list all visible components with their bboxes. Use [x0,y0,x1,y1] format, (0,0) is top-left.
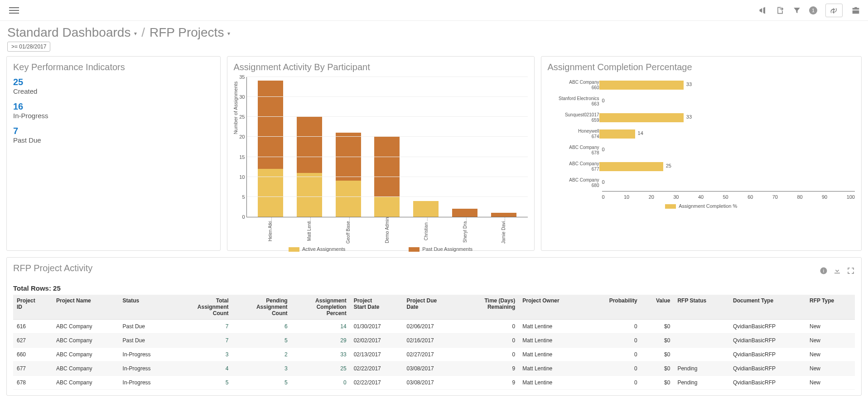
x-label: Matt Lenti... [296,217,322,244]
total-rows-label: Total Rows: 25 [13,284,855,292]
bar-segment-active [336,181,361,217]
table-header[interactable]: ProjectStart Date [350,295,403,320]
table-header[interactable]: RFP Status [674,295,729,320]
hbar-label: ABC Company680 [549,177,599,188]
hbar-row[interactable]: Honeywell674 14 [602,126,855,142]
x-label: Christian ... [413,217,439,244]
panel-title: RFP Project Activity [13,263,92,273]
info-icon[interactable]: i [820,267,828,275]
bar-segment-active [297,173,322,217]
kpi-item[interactable]: 25 Created [13,77,214,95]
legend-item[interactable]: Active Assignments [289,246,345,252]
hbar-value: 33 [686,81,692,87]
svg-text:i: i [823,268,824,273]
y-tick: 5 [237,194,245,200]
bar-segment-pastdue [258,81,283,169]
y-tick: 35 [237,74,245,80]
assignment-activity-panel: Assignment Activity By Participant Numbe… [227,56,535,251]
x-tick: 0 [602,194,605,200]
x-tick: 40 [698,194,704,200]
table-row[interactable]: 677 ABC Company In-Progress 4 3 25 02/22… [13,362,855,376]
kpi-label: Created [13,87,214,95]
hbar-value: 0 [602,147,605,152]
download-icon[interactable] [833,267,841,275]
bar-group[interactable] [413,201,439,217]
table-header[interactable]: Probability [587,295,641,320]
refresh-button[interactable] [825,4,843,17]
kpi-item[interactable]: 16 In-Progress [13,101,214,120]
panel-title: Key Performance Indicators [13,62,214,72]
hbar-row[interactable]: Stanford Electronics663 0 [602,93,855,110]
hbar-row[interactable]: ABC Company677 25 [602,158,855,175]
x-tick: 90 [822,194,827,200]
hbar-value: 25 [666,163,671,168]
hbar-fill [599,81,684,90]
completion-pct-panel: Assignment Completion Percentage ABC Com… [541,56,862,251]
date-filter-chip[interactable]: >= 01/28/2017 [7,42,50,52]
table-header[interactable]: Project Owner [519,295,587,320]
legend-item[interactable]: Assignment Completion % [548,203,855,209]
export-icon[interactable] [776,6,785,15]
hbar-row[interactable]: Sunquest021017659 33 [602,110,855,126]
table-row[interactable]: 660 ABC Company In-Progress 3 2 33 02/13… [13,348,855,362]
breadcrumb-level2[interactable]: RFP Projects ▾ [149,25,230,40]
bar-group[interactable] [297,117,322,217]
hbar-value: 0 [602,98,605,103]
panel-title: Assignment Completion Percentage [548,62,855,72]
table-row[interactable]: 616 ABC Company Past Due 7 6 14 01/30/20… [13,320,855,334]
hbar-row[interactable]: ABC Company680 0 [602,175,855,191]
hbar-value: 0 [602,179,605,185]
bar-segment-active [258,169,283,217]
y-tick: 15 [237,154,245,160]
x-tick: 20 [649,194,654,200]
kpi-panel: Key Performance Indicators 25 Created16 … [6,56,221,251]
x-tick: 60 [747,194,753,200]
refresh-icon [830,6,838,14]
hbar-label: Sunquest021017659 [549,112,599,123]
hbar-row[interactable]: ABC Company678 0 [602,142,855,158]
x-label: Jamie Davi... [491,217,516,244]
chevron-down-icon: ▾ [227,30,230,37]
table-header[interactable]: Project Name [53,295,119,320]
x-tick: 50 [723,194,728,200]
table-header[interactable]: Project DueDate [403,295,461,320]
hbar-value: 14 [638,130,643,136]
table-header[interactable]: RFP Type [806,295,855,320]
hbar-label: Honeywell674 [549,129,599,139]
bar-segment-pastdue [374,137,400,197]
table-header[interactable]: Document Type [729,295,806,320]
table-header[interactable]: ProjectID [13,295,53,320]
announce-icon[interactable] [758,6,767,15]
bar-group[interactable] [336,133,361,217]
hbar-row[interactable]: ABC Company660 33 [602,77,855,93]
bar-segment-pastdue [452,209,477,217]
chevron-down-icon: ▾ [134,30,137,37]
table-header[interactable]: TotalAssignmentCount [173,295,232,320]
panel-title: Assignment Activity By Participant [234,62,528,72]
table-header[interactable]: Time (Days)Remaining [461,295,519,320]
hbar-fill [599,129,635,139]
expand-icon[interactable] [847,267,855,275]
hbar-fill [599,113,684,122]
table-header[interactable]: PendingAssignmentCount [232,295,291,320]
x-tick: 10 [624,194,629,200]
y-tick: 0 [237,214,245,220]
filter-icon[interactable] [793,6,801,14]
bar-segment-active [413,201,439,217]
table-header[interactable]: Value [641,295,674,320]
y-axis-label: Number of Assignments [233,81,238,134]
briefcase-icon[interactable] [851,5,861,15]
y-tick: 25 [237,114,245,120]
table-row[interactable]: 678 ABC Company In-Progress 5 5 0 02/22/… [13,376,855,390]
table-row[interactable]: 627 ABC Company Past Due 7 5 29 02/02/20… [13,334,855,348]
x-label: Sheryl Dra... [452,217,477,244]
filter-count-badge[interactable]: 1 [809,6,817,14]
bar-group[interactable] [491,213,516,217]
table-header[interactable]: AssignmentCompletionPercent [291,295,350,320]
menu-button[interactable] [7,4,21,17]
breadcrumb-level1[interactable]: Standard Dashboards ▾ [7,25,137,40]
legend-item[interactable]: Past Due Assignments [409,246,473,252]
kpi-item[interactable]: 7 Past Due [13,126,214,144]
table-header[interactable]: Status [119,295,174,320]
bar-group[interactable] [452,209,477,217]
